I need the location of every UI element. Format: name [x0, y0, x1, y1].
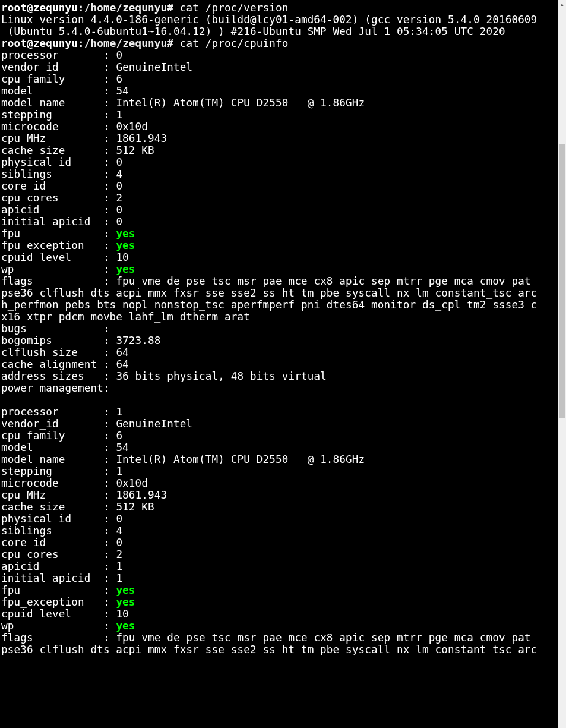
- stepping-value: 1: [116, 109, 122, 121]
- wp-value: yes: [116, 620, 135, 632]
- cache_alignment-value: 64: [116, 358, 129, 370]
- cpu_cores-value: 2: [116, 192, 122, 204]
- cpu_family-value: 6: [116, 73, 122, 85]
- core_id-value: 0: [116, 537, 122, 549]
- cpuid_level-value: 10: [116, 608, 129, 620]
- bogomips-value: 3723.88: [116, 335, 160, 346]
- model-value: 54: [116, 442, 129, 453]
- cache_size-value: 512 KB: [116, 501, 154, 513]
- core_id-value: 0: [116, 180, 122, 192]
- physical_id-value: 0: [116, 156, 122, 168]
- physical_id-value: 0: [116, 513, 122, 525]
- fpu_exception-value: yes: [116, 596, 135, 608]
- cpu_family-value: 6: [116, 430, 122, 442]
- fpu_exception-value: yes: [116, 239, 135, 251]
- fpu-value: yes: [116, 584, 135, 596]
- cpuid_level-value: 10: [116, 251, 129, 263]
- clflush_size-value: 64: [116, 346, 129, 358]
- siblings-value: 4: [116, 168, 122, 180]
- apicid-value: 0: [116, 204, 122, 216]
- scroll-thumb[interactable]: [559, 144, 565, 418]
- model_name-value: Intel(R) Atom(TM) CPU D2550 @ 1.86GHz: [116, 453, 365, 465]
- fpu-value: yes: [116, 228, 135, 239]
- initial_apicid-value: 0: [116, 216, 122, 228]
- command-1: cat /proc/version: [180, 2, 289, 14]
- terminal-output[interactable]: root@zequnyu:/home/zequnyu# cat /proc/ve…: [0, 0, 558, 728]
- initial_apicid-value: 1: [116, 572, 122, 584]
- vendor_id-value: GenuineIntel: [116, 61, 192, 73]
- address_sizes-value: 36 bits physical, 48 bits virtual: [116, 370, 327, 382]
- model_name-value: Intel(R) Atom(TM) CPU D2550 @ 1.86GHz: [116, 97, 365, 109]
- scroll-up-arrow-icon[interactable]: ▴: [558, 0, 566, 8]
- scrollbar[interactable]: ▴: [558, 0, 566, 728]
- cpu_MHz-value: 1861.943: [116, 133, 167, 144]
- command-2: cat /proc/cpuinfo: [180, 37, 289, 49]
- model-value: 54: [116, 85, 129, 97]
- wp-value: yes: [116, 263, 135, 275]
- processor-value: 1: [116, 406, 122, 418]
- cpu_MHz-value: 1861.943: [116, 489, 167, 501]
- cpu_cores-value: 2: [116, 549, 122, 560]
- scroll-track[interactable]: [558, 8, 566, 728]
- stepping-value: 1: [116, 465, 122, 477]
- terminal-window: root@zequnyu:/home/zequnyu# cat /proc/ve…: [0, 0, 566, 728]
- microcode-value: 0x10d: [116, 121, 148, 133]
- processor-value: 0: [116, 49, 122, 61]
- vendor_id-value: GenuineIntel: [116, 418, 192, 430]
- microcode-value: 0x10d: [116, 477, 148, 489]
- apicid-value: 1: [116, 560, 122, 572]
- version-output: Linux version 4.4.0-186-generic (buildd@…: [1, 14, 537, 37]
- siblings-value: 4: [116, 525, 122, 537]
- cache_size-value: 512 KB: [116, 144, 154, 156]
